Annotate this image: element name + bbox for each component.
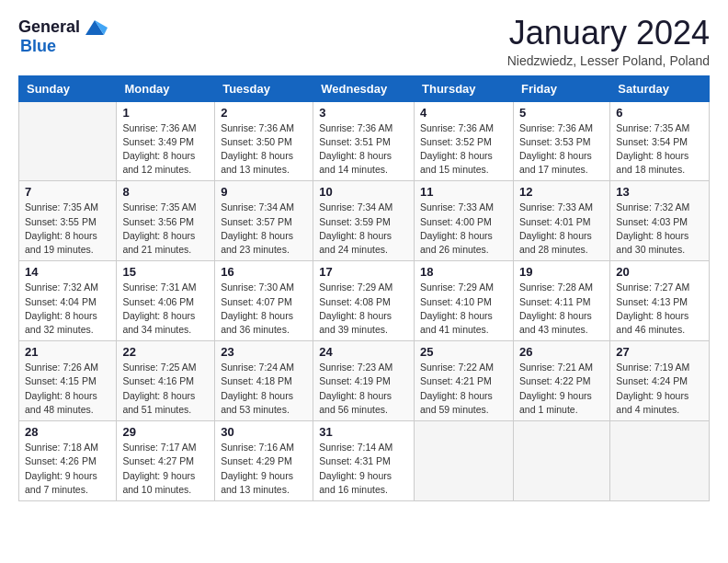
calendar-title: January 2024 — [507, 15, 710, 52]
calendar-cell: 6Sunrise: 7:35 AMSunset: 3:54 PMDaylight… — [610, 101, 710, 181]
day-number: 6 — [616, 106, 703, 120]
day-number: 1 — [122, 106, 209, 120]
calendar-cell: 16Sunrise: 7:30 AMSunset: 4:07 PMDayligh… — [215, 261, 313, 341]
calendar-cell — [19, 101, 117, 181]
day-info: Sunrise: 7:26 AMSunset: 4:15 PMDaylight:… — [25, 361, 110, 417]
calendar-cell: 17Sunrise: 7:29 AMSunset: 4:08 PMDayligh… — [313, 261, 415, 341]
week-row-3: 14Sunrise: 7:32 AMSunset: 4:04 PMDayligh… — [19, 261, 710, 341]
weekday-header-wednesday: Wednesday — [313, 75, 415, 101]
day-number: 9 — [221, 185, 307, 199]
week-row-2: 7Sunrise: 7:35 AMSunset: 3:55 PMDaylight… — [19, 181, 710, 261]
page-header: General Blue January 2024 Niedzwiedz, Le… — [18, 15, 710, 68]
day-number: 14 — [25, 265, 110, 279]
calendar-cell: 27Sunrise: 7:19 AMSunset: 4:24 PMDayligh… — [610, 341, 710, 421]
day-info: Sunrise: 7:36 AMSunset: 3:49 PMDaylight:… — [122, 121, 209, 178]
calendar-table: SundayMondayTuesdayWednesdayThursdayFrid… — [18, 75, 710, 501]
day-number: 3 — [319, 106, 408, 120]
day-number: 28 — [25, 425, 110, 439]
calendar-cell: 4Sunrise: 7:36 AMSunset: 3:52 PMDaylight… — [415, 101, 514, 181]
day-info: Sunrise: 7:33 AMSunset: 4:00 PMDaylight:… — [420, 201, 507, 257]
day-info: Sunrise: 7:22 AMSunset: 4:21 PMDaylight:… — [420, 361, 507, 417]
day-info: Sunrise: 7:28 AMSunset: 4:11 PMDaylight:… — [519, 281, 604, 337]
weekday-header-tuesday: Tuesday — [215, 75, 313, 101]
calendar-cell: 1Sunrise: 7:36 AMSunset: 3:49 PMDaylight… — [117, 101, 215, 181]
day-info: Sunrise: 7:16 AMSunset: 4:29 PMDaylight:… — [221, 441, 307, 497]
day-number: 27 — [616, 345, 703, 359]
weekday-header-thursday: Thursday — [415, 75, 514, 101]
day-number: 31 — [319, 425, 408, 439]
calendar-subtitle: Niedzwiedz, Lesser Poland, Poland — [507, 53, 710, 68]
day-number: 17 — [319, 265, 408, 279]
day-info: Sunrise: 7:32 AMSunset: 4:03 PMDaylight:… — [616, 201, 703, 257]
calendar-cell: 14Sunrise: 7:32 AMSunset: 4:04 PMDayligh… — [19, 261, 117, 341]
calendar-cell: 26Sunrise: 7:21 AMSunset: 4:22 PMDayligh… — [513, 341, 609, 421]
day-info: Sunrise: 7:34 AMSunset: 3:59 PMDaylight:… — [319, 201, 408, 257]
calendar-cell: 3Sunrise: 7:36 AMSunset: 3:51 PMDaylight… — [313, 101, 415, 181]
day-info: Sunrise: 7:36 AMSunset: 3:50 PMDaylight:… — [221, 121, 307, 178]
week-row-1: 1Sunrise: 7:36 AMSunset: 3:49 PMDaylight… — [19, 101, 710, 181]
day-number: 12 — [519, 185, 604, 199]
day-number: 25 — [420, 345, 507, 359]
calendar-cell: 31Sunrise: 7:14 AMSunset: 4:31 PMDayligh… — [313, 421, 415, 501]
week-row-5: 28Sunrise: 7:18 AMSunset: 4:26 PMDayligh… — [19, 421, 710, 501]
day-info: Sunrise: 7:33 AMSunset: 4:01 PMDaylight:… — [519, 201, 604, 257]
day-info: Sunrise: 7:29 AMSunset: 4:10 PMDaylight:… — [420, 281, 507, 337]
day-info: Sunrise: 7:21 AMSunset: 4:22 PMDaylight:… — [519, 361, 604, 417]
calendar-cell: 18Sunrise: 7:29 AMSunset: 4:10 PMDayligh… — [415, 261, 514, 341]
calendar-cell: 12Sunrise: 7:33 AMSunset: 4:01 PMDayligh… — [513, 181, 609, 261]
day-info: Sunrise: 7:36 AMSunset: 3:51 PMDaylight:… — [319, 121, 408, 178]
day-info: Sunrise: 7:34 AMSunset: 3:57 PMDaylight:… — [221, 201, 307, 257]
day-number: 4 — [420, 106, 507, 120]
calendar-cell: 29Sunrise: 7:17 AMSunset: 4:27 PMDayligh… — [117, 421, 215, 501]
day-info: Sunrise: 7:31 AMSunset: 4:06 PMDaylight:… — [122, 281, 209, 337]
day-info: Sunrise: 7:19 AMSunset: 4:24 PMDaylight:… — [616, 361, 703, 417]
calendar-cell: 10Sunrise: 7:34 AMSunset: 3:59 PMDayligh… — [313, 181, 415, 261]
day-info: Sunrise: 7:14 AMSunset: 4:31 PMDaylight:… — [319, 441, 408, 497]
logo-icon — [82, 15, 108, 40]
day-number: 16 — [221, 265, 307, 279]
weekday-header-friday: Friday — [513, 75, 609, 101]
day-number: 2 — [221, 106, 307, 120]
day-number: 29 — [122, 425, 209, 439]
day-info: Sunrise: 7:18 AMSunset: 4:26 PMDaylight:… — [25, 441, 110, 497]
day-number: 7 — [25, 185, 110, 199]
calendar-cell: 21Sunrise: 7:26 AMSunset: 4:15 PMDayligh… — [19, 341, 117, 421]
day-info: Sunrise: 7:17 AMSunset: 4:27 PMDaylight:… — [122, 441, 209, 497]
day-info: Sunrise: 7:29 AMSunset: 4:08 PMDaylight:… — [319, 281, 408, 337]
day-number: 10 — [319, 185, 408, 199]
calendar-cell: 15Sunrise: 7:31 AMSunset: 4:06 PMDayligh… — [117, 261, 215, 341]
day-info: Sunrise: 7:30 AMSunset: 4:07 PMDaylight:… — [221, 281, 307, 337]
calendar-cell: 7Sunrise: 7:35 AMSunset: 3:55 PMDaylight… — [19, 181, 117, 261]
weekday-header-monday: Monday — [117, 75, 215, 101]
day-info: Sunrise: 7:36 AMSunset: 3:53 PMDaylight:… — [519, 121, 604, 178]
day-number: 22 — [122, 345, 209, 359]
calendar-cell: 25Sunrise: 7:22 AMSunset: 4:21 PMDayligh… — [415, 341, 514, 421]
logo-text: General — [18, 18, 80, 37]
logo: General Blue — [18, 15, 108, 56]
day-info: Sunrise: 7:35 AMSunset: 3:54 PMDaylight:… — [616, 121, 703, 178]
day-number: 21 — [25, 345, 110, 359]
calendar-cell: 24Sunrise: 7:23 AMSunset: 4:19 PMDayligh… — [313, 341, 415, 421]
calendar-cell: 30Sunrise: 7:16 AMSunset: 4:29 PMDayligh… — [215, 421, 313, 501]
calendar-cell: 11Sunrise: 7:33 AMSunset: 4:00 PMDayligh… — [415, 181, 514, 261]
calendar-cell: 2Sunrise: 7:36 AMSunset: 3:50 PMDaylight… — [215, 101, 313, 181]
calendar-cell: 5Sunrise: 7:36 AMSunset: 3:53 PMDaylight… — [513, 101, 609, 181]
calendar-cell: 13Sunrise: 7:32 AMSunset: 4:03 PMDayligh… — [610, 181, 710, 261]
weekday-header-saturday: Saturday — [610, 75, 710, 101]
day-number: 5 — [519, 106, 604, 120]
calendar-cell — [415, 421, 514, 501]
day-number: 24 — [319, 345, 408, 359]
calendar-cell: 8Sunrise: 7:35 AMSunset: 3:56 PMDaylight… — [117, 181, 215, 261]
day-number: 11 — [420, 185, 507, 199]
day-info: Sunrise: 7:36 AMSunset: 3:52 PMDaylight:… — [420, 121, 507, 178]
day-number: 13 — [616, 185, 703, 199]
day-info: Sunrise: 7:24 AMSunset: 4:18 PMDaylight:… — [221, 361, 307, 417]
day-info: Sunrise: 7:32 AMSunset: 4:04 PMDaylight:… — [25, 281, 110, 337]
day-number: 26 — [519, 345, 604, 359]
calendar-cell: 23Sunrise: 7:24 AMSunset: 4:18 PMDayligh… — [215, 341, 313, 421]
day-info: Sunrise: 7:23 AMSunset: 4:19 PMDaylight:… — [319, 361, 408, 417]
weekday-header-sunday: Sunday — [19, 75, 117, 101]
day-info: Sunrise: 7:27 AMSunset: 4:13 PMDaylight:… — [616, 281, 703, 337]
calendar-cell — [610, 421, 710, 501]
day-number: 30 — [221, 425, 307, 439]
